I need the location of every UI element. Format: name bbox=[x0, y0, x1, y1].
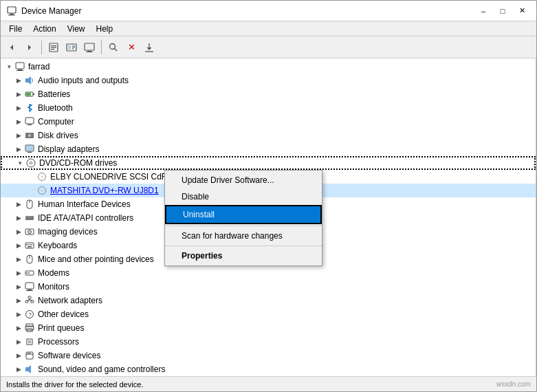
svg-rect-49 bbox=[28, 217, 30, 217]
expand-monitors[interactable]: ▶ bbox=[13, 281, 24, 292]
svg-line-72 bbox=[27, 300, 30, 301]
imaging-icon bbox=[24, 226, 35, 237]
back-button[interactable] bbox=[3, 39, 20, 56]
svg-rect-80 bbox=[28, 340, 31, 343]
tree-item-display[interactable]: ▶ Display adapters bbox=[1, 142, 536, 156]
svg-rect-69 bbox=[25, 301, 28, 303]
maximize-button[interactable]: □ bbox=[494, 4, 512, 18]
expand-farrad[interactable]: ▾ bbox=[3, 61, 14, 72]
matshita-label: MATSHITA DVD+-RW UJ8D1 bbox=[50, 186, 159, 195]
menu-bar: File Action View Help bbox=[1, 21, 536, 36]
audio-icon bbox=[24, 75, 35, 86]
tree-item-batteries[interactable]: ▶ Batteries bbox=[1, 87, 536, 101]
expand-processors[interactable]: ▶ bbox=[13, 336, 24, 347]
status-text: Installs the driver for the selected dev… bbox=[6, 380, 143, 389]
display-icon bbox=[24, 144, 35, 155]
expand-print[interactable]: ▶ bbox=[13, 323, 24, 334]
expand-network[interactable]: ▶ bbox=[13, 295, 24, 306]
expand-hid[interactable]: ▶ bbox=[13, 199, 24, 210]
update-driver-toolbar-button[interactable] bbox=[63, 39, 80, 56]
dvd-label: DVD/CD-ROM drives bbox=[39, 158, 117, 168]
context-uninstall[interactable]: Uninstall bbox=[165, 205, 322, 224]
tree-item-computer[interactable]: ▶ Computer bbox=[1, 115, 536, 129]
monitors-label: Monitors bbox=[38, 282, 69, 292]
svg-rect-54 bbox=[25, 243, 34, 248]
svg-rect-8 bbox=[51, 49, 54, 50]
svg-point-17 bbox=[110, 43, 116, 49]
dvdrw-icon bbox=[36, 185, 47, 196]
expand-audio[interactable]: ▶ bbox=[13, 75, 24, 86]
properties-toolbar-button[interactable] bbox=[45, 39, 62, 56]
expand-keyboards[interactable]: ▶ bbox=[13, 240, 24, 251]
expand-bluetooth[interactable]: ▶ bbox=[13, 102, 24, 113]
svg-point-53 bbox=[29, 231, 30, 232]
tree-item-other[interactable]: ▶ ? Other devices bbox=[1, 307, 536, 321]
expand-dvd[interactable]: ▾ bbox=[14, 157, 25, 168]
svg-rect-30 bbox=[25, 118, 34, 124]
status-bar: Installs the driver for the selected dev… bbox=[1, 376, 536, 391]
menu-file[interactable]: File bbox=[3, 23, 28, 35]
context-properties[interactable]: Properties bbox=[165, 248, 322, 264]
bluetooth-label: Bluetooth bbox=[38, 103, 73, 113]
tree-item-audio[interactable]: ▶ Audio inputs and outputs bbox=[1, 74, 536, 87]
window-controls: – □ ✕ bbox=[474, 4, 531, 18]
network-icon bbox=[24, 295, 35, 306]
menu-action[interactable]: Action bbox=[28, 23, 61, 35]
tree-item-bluetooth[interactable]: ▶ Bluetooth bbox=[1, 101, 536, 115]
minimize-button[interactable]: – bbox=[474, 4, 492, 18]
expand-batteries[interactable]: ▶ bbox=[13, 89, 24, 100]
expand-ide[interactable]: ▶ bbox=[13, 213, 24, 224]
svg-rect-2 bbox=[8, 14, 15, 15]
tree-item-network[interactable]: ▶ Network adapters bbox=[1, 294, 536, 307]
menu-view[interactable]: View bbox=[62, 23, 91, 35]
expand-software[interactable]: ▶ bbox=[13, 350, 24, 361]
svg-marker-20 bbox=[147, 47, 152, 50]
expand-other[interactable]: ▶ bbox=[13, 309, 24, 320]
expand-modems[interactable]: ▶ bbox=[13, 268, 24, 279]
close-button[interactable]: ✕ bbox=[513, 4, 531, 18]
svg-rect-84 bbox=[30, 353, 31, 354]
tree-item-software[interactable]: ▶ Software devices bbox=[1, 349, 536, 362]
modems-label: Modems bbox=[38, 268, 69, 278]
menu-help[interactable]: Help bbox=[91, 23, 119, 35]
tree-item-monitors[interactable]: ▶ Monitors bbox=[1, 280, 536, 294]
tree-item-disk[interactable]: ▶ Disk drives bbox=[1, 129, 536, 142]
toolbar: ✕ bbox=[1, 36, 536, 58]
monitor-toolbar-button[interactable] bbox=[81, 39, 98, 56]
expand-disk[interactable]: ▶ bbox=[13, 130, 24, 141]
context-separator-2 bbox=[165, 246, 322, 246]
search-toolbar-button[interactable] bbox=[105, 39, 122, 56]
svg-rect-25 bbox=[25, 78, 28, 83]
tree-item-processors[interactable]: ▶ Processors bbox=[1, 335, 536, 349]
svg-rect-48 bbox=[26, 217, 28, 217]
expand-display[interactable]: ▶ bbox=[13, 144, 24, 155]
svg-rect-14 bbox=[85, 43, 94, 50]
ide-icon bbox=[24, 213, 35, 224]
tree-item-farrad[interactable]: ▾ farrad bbox=[1, 60, 536, 74]
tree-item-print[interactable]: ▶ Print queues bbox=[1, 321, 536, 335]
tree-item-dvd[interactable]: ▾ DVD/CD-ROM drives bbox=[1, 156, 536, 170]
tree-item-sound[interactable]: ▶ Sound, video and game controllers bbox=[1, 362, 536, 376]
svg-rect-67 bbox=[26, 290, 33, 291]
context-update-driver[interactable]: Update Driver Software... bbox=[165, 172, 322, 188]
delete-toolbar-button[interactable]: ✕ bbox=[123, 39, 140, 56]
toolbar-separator-2 bbox=[101, 41, 102, 54]
svg-rect-29 bbox=[26, 93, 31, 96]
disk-label: Disk drives bbox=[38, 131, 78, 140]
hid-icon bbox=[24, 199, 35, 210]
tree-item-modems[interactable]: ▶ Modems bbox=[1, 266, 536, 280]
download-toolbar-button[interactable] bbox=[141, 39, 157, 56]
context-scan[interactable]: Scan for hardware changes bbox=[165, 228, 322, 244]
svg-point-42 bbox=[41, 176, 43, 178]
forward-button[interactable] bbox=[21, 39, 38, 56]
computer-icon bbox=[14, 61, 25, 72]
context-separator-1 bbox=[165, 226, 322, 226]
expand-sound[interactable]: ▶ bbox=[13, 364, 24, 375]
ide-label: IDE ATA/ATAPI controllers bbox=[38, 213, 133, 223]
expand-imaging[interactable]: ▶ bbox=[13, 226, 24, 237]
context-disable[interactable]: Disable bbox=[165, 188, 322, 205]
svg-line-73 bbox=[30, 300, 32, 301]
computer-label: Computer bbox=[38, 117, 74, 127]
expand-mice[interactable]: ▶ bbox=[13, 254, 24, 265]
expand-computer[interactable]: ▶ bbox=[13, 116, 24, 127]
